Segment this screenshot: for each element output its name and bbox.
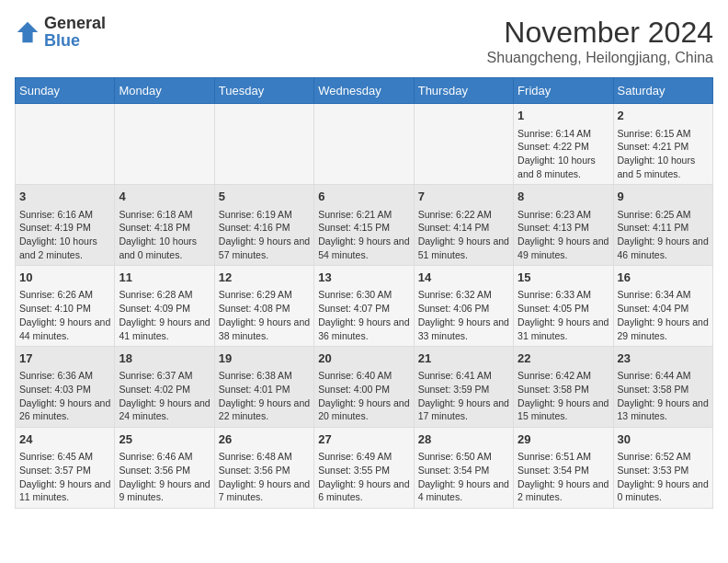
day-info: Sunrise: 6:18 AM [119,208,210,222]
calendar-cell [414,104,513,185]
calendar-cell: 21Sunrise: 6:41 AMSunset: 3:59 PMDayligh… [414,347,513,428]
logo: General Blue [15,15,106,50]
calendar-header-row: SundayMondayTuesdayWednesdayThursdayFrid… [16,78,713,104]
day-info: Daylight: 9 hours and 36 minutes. [318,316,409,342]
day-info: Sunrise: 6:38 AM [219,369,310,383]
calendar-cell [16,104,115,185]
title-area: November 2024 Shuangcheng, Heilongjiang,… [487,15,713,66]
location-subtitle: Shuangcheng, Heilongjiang, China [487,50,713,66]
day-info: Sunrise: 6:32 AM [418,288,509,302]
calendar-week-row: 3Sunrise: 6:16 AMSunset: 4:19 PMDaylight… [16,185,713,266]
calendar-cell: 15Sunrise: 6:33 AMSunset: 4:05 PMDayligh… [514,266,613,347]
day-info: Sunrise: 6:46 AM [119,450,210,464]
day-number: 9 [618,189,709,205]
day-number: 6 [318,189,409,205]
day-info: Sunset: 3:57 PM [19,464,110,477]
day-info: Sunset: 4:15 PM [318,221,409,235]
day-info: Sunrise: 6:23 AM [518,208,609,222]
calendar-week-row: 24Sunrise: 6:45 AMSunset: 3:57 PMDayligh… [16,428,713,509]
day-info: Daylight: 9 hours and 15 minutes. [518,396,609,423]
day-number: 21 [418,350,509,367]
day-info: Sunrise: 6:41 AM [418,369,509,383]
day-number: 25 [119,431,210,448]
day-info: Sunrise: 6:49 AM [318,450,409,464]
day-info: Sunrise: 6:21 AM [318,208,409,222]
day-header-saturday: Saturday [613,78,712,104]
day-info: Sunset: 4:05 PM [518,302,609,316]
calendar-cell: 5Sunrise: 6:19 AMSunset: 4:16 PMDaylight… [214,185,313,266]
day-info: Sunset: 4:07 PM [318,302,409,316]
day-header-friday: Friday [514,78,613,104]
day-info: Sunset: 4:16 PM [219,221,310,235]
day-info: Sunset: 4:14 PM [418,221,509,235]
day-info: Sunset: 4:10 PM [19,302,110,316]
calendar-cell: 24Sunrise: 6:45 AMSunset: 3:57 PMDayligh… [16,428,115,509]
day-info: Daylight: 9 hours and 6 minutes. [318,477,409,504]
day-info: Sunset: 3:54 PM [418,464,509,477]
day-header-sunday: Sunday [16,78,115,104]
day-info: Daylight: 9 hours and 7 minutes. [219,477,310,504]
day-info: Daylight: 9 hours and 4 minutes. [418,477,509,504]
month-title: November 2024 [487,15,713,50]
day-info: Sunset: 3:53 PM [618,464,709,477]
day-info: Daylight: 10 hours and 2 minutes. [19,235,110,261]
day-info: Daylight: 9 hours and 41 minutes. [119,316,210,342]
day-number: 24 [19,431,110,448]
calendar-cell: 11Sunrise: 6:28 AMSunset: 4:09 PMDayligh… [115,266,214,347]
day-number: 11 [119,270,210,286]
day-number: 14 [418,270,509,286]
logo-blue-text: Blue [44,31,80,50]
day-info: Daylight: 9 hours and 24 minutes. [119,396,210,423]
day-header-thursday: Thursday [414,78,513,104]
day-number: 2 [618,108,709,124]
calendar-cell: 20Sunrise: 6:40 AMSunset: 4:00 PMDayligh… [314,347,414,428]
calendar-cell: 19Sunrise: 6:38 AMSunset: 4:01 PMDayligh… [214,347,313,428]
calendar-cell: 28Sunrise: 6:50 AMSunset: 3:54 PMDayligh… [414,428,513,509]
day-info: Sunrise: 6:25 AM [618,208,709,222]
calendar-week-row: 17Sunrise: 6:36 AMSunset: 4:03 PMDayligh… [16,347,713,428]
day-info: Sunrise: 6:16 AM [19,208,110,222]
day-info: Daylight: 9 hours and 49 minutes. [518,235,609,261]
day-number: 8 [518,189,609,205]
calendar-cell: 22Sunrise: 6:42 AMSunset: 3:58 PMDayligh… [514,347,613,428]
day-info: Sunset: 3:58 PM [618,383,709,396]
page-header: General Blue November 2024 Shuangcheng, … [15,15,713,66]
day-info: Daylight: 9 hours and 26 minutes. [19,396,110,423]
day-info: Daylight: 9 hours and 44 minutes. [19,316,110,342]
day-info: Daylight: 9 hours and 31 minutes. [518,316,609,342]
day-info: Sunset: 4:22 PM [518,140,609,154]
day-number: 4 [119,189,210,205]
day-info: Sunset: 3:54 PM [518,464,609,477]
day-info: Sunset: 3:56 PM [119,464,210,477]
calendar-cell [314,104,414,185]
day-number: 19 [219,350,310,367]
day-number: 30 [618,431,709,448]
day-info: Sunrise: 6:29 AM [219,288,310,302]
day-info: Daylight: 9 hours and 54 minutes. [318,235,409,261]
calendar-cell: 27Sunrise: 6:49 AMSunset: 3:55 PMDayligh… [314,428,414,509]
day-header-wednesday: Wednesday [314,78,414,104]
calendar-cell: 29Sunrise: 6:51 AMSunset: 3:54 PMDayligh… [514,428,613,509]
day-info: Sunrise: 6:34 AM [618,288,709,302]
day-info: Sunrise: 6:36 AM [19,369,110,383]
day-info: Daylight: 9 hours and 38 minutes. [219,316,310,342]
calendar-cell: 2Sunrise: 6:15 AMSunset: 4:21 PMDaylight… [613,104,712,185]
day-info: Sunset: 3:56 PM [219,464,310,477]
day-info: Sunrise: 6:22 AM [418,208,509,222]
day-info: Sunrise: 6:15 AM [618,127,709,141]
day-number: 15 [518,270,609,286]
day-info: Sunset: 4:00 PM [318,383,409,396]
day-info: Sunrise: 6:51 AM [518,450,609,464]
day-info: Sunset: 4:03 PM [19,383,110,396]
day-number: 5 [219,189,310,205]
day-info: Sunset: 4:19 PM [19,221,110,235]
day-info: Sunrise: 6:30 AM [318,288,409,302]
day-info: Sunset: 3:58 PM [518,383,609,396]
day-info: Sunrise: 6:40 AM [318,369,409,383]
day-info: Daylight: 9 hours and 0 minutes. [618,477,709,504]
calendar-cell: 14Sunrise: 6:32 AMSunset: 4:06 PMDayligh… [414,266,513,347]
calendar-cell: 23Sunrise: 6:44 AMSunset: 3:58 PMDayligh… [613,347,712,428]
day-info: Daylight: 10 hours and 0 minutes. [119,235,210,261]
day-info: Sunrise: 6:26 AM [19,288,110,302]
day-number: 26 [219,431,310,448]
